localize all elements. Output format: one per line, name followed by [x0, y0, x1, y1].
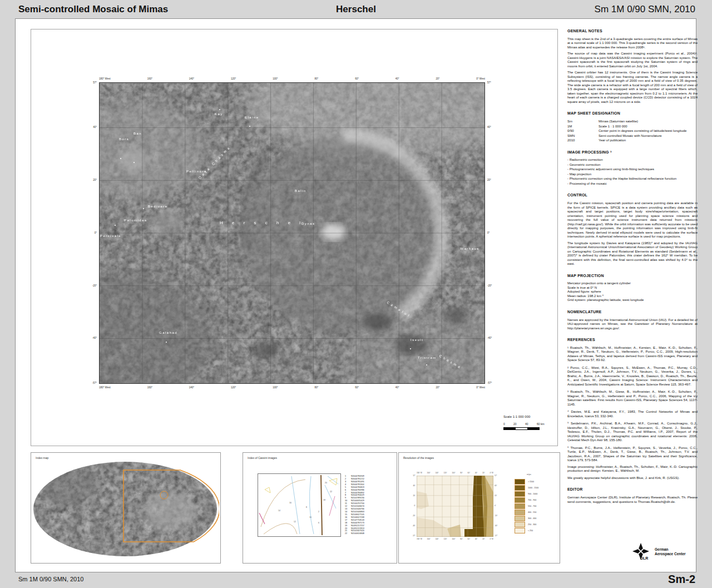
designation-definition: Scale 1 : 1 000 000	[599, 125, 698, 129]
lon-label: 20°	[436, 386, 440, 389]
lon-label: 40°	[395, 77, 399, 80]
lat-label: -40°	[85, 337, 97, 339]
lat-tick: -40°	[412, 525, 416, 527]
resolution-panel: Resolution of the images 180° W160°140°1…	[398, 452, 560, 564]
footprint-number: 6	[318, 522, 319, 524]
paragraph: For the Cassini mission, spacecraft posi…	[567, 201, 698, 239]
longitude-labels-top: 180° West160°140°120°100°80°60°40°20°0° …	[99, 77, 485, 80]
lon-label: 100°	[273, 77, 278, 80]
dlr-name-line1: German	[655, 547, 686, 552]
sheet-body: 180° West160°140°120°100°80°60°40°20°0° …	[15, 18, 696, 572]
lat-tick: 57°	[413, 475, 416, 477]
legend-row: 1000 - 1500	[515, 485, 538, 491]
legend-label: 1000 - 1500	[528, 487, 538, 489]
lon-label: 140°	[189, 77, 194, 80]
dlr-abbr: DLR	[640, 556, 648, 560]
lon-label: 120°	[231, 77, 236, 80]
mosaic-map: Bors Ban Kay Elaine Pellinore Bedivere P…	[99, 82, 485, 384]
lon-tick: 180° W	[417, 538, 422, 540]
cassini-index-panel: Index of Cassini images 20 22	[243, 452, 397, 564]
designation-term: 1M	[567, 125, 599, 129]
lon-tick: 0° W	[490, 472, 493, 474]
lat-tick: -40°	[495, 525, 505, 527]
projection-line: Scale is true at 0° N	[567, 286, 698, 290]
crater-label-galahad: Galahad	[159, 331, 177, 334]
lat-label: -40°	[487, 337, 500, 339]
header-bar: Semi-controlled Mosaic of Mimas Herschel…	[0, 0, 712, 18]
legend-swatch	[515, 497, 525, 503]
scale-tick: 40	[525, 422, 528, 426]
lat-label: -20°	[487, 284, 500, 287]
feature-dot	[115, 225, 116, 226]
cassini-footprint-diagram: 20 22 18 16 14 8 10 12 2 6	[258, 473, 341, 537]
scale-segment	[504, 428, 516, 429]
designation-definition: Mimas (Saturnian satellite)	[599, 120, 698, 124]
footprint-number: 8	[306, 506, 307, 508]
scale-tick: 0	[503, 422, 505, 426]
section-heading-nomenclature: NOMENCLATURE	[567, 310, 698, 315]
designation-table: Sm Mimas (Saturnian satellite) 1M Scale …	[567, 120, 698, 143]
lon-tick: 140°	[436, 472, 439, 474]
resolution-lon-ticks-bottom: 180° W160°140°120°100°80°60°40°20°0° W	[417, 538, 493, 540]
lon-tick: 20°	[482, 538, 485, 540]
footprint-number: 18	[323, 499, 325, 501]
lat-tick: -20°	[495, 515, 505, 517]
legend-title: m/px	[527, 473, 531, 476]
crater-label-ban: Ban	[134, 132, 142, 135]
designation-row: 1M Scale 1 : 1 000 000	[567, 125, 698, 129]
lon-label: 60°	[355, 77, 359, 80]
lat-tick: 0°	[414, 505, 416, 507]
footprint-number: 16	[289, 502, 291, 504]
scale-title: Scale 1:1 000 000	[503, 415, 530, 418]
dlr-name-line2: Aerospace Center	[655, 552, 686, 556]
lon-label: 140°	[189, 386, 194, 389]
legend-swatch	[515, 528, 525, 533]
designation-term: Sm	[567, 120, 599, 124]
lat-tick: 57°	[495, 475, 505, 477]
marginalia-column: GENERAL NOTES This map sheet is the 2nd …	[567, 24, 698, 506]
lat-label: 57°	[487, 81, 500, 84]
lat-tick: 40°	[413, 485, 416, 487]
processing-step: - Geometric correction	[567, 163, 698, 167]
legend-row: 250 - 300	[515, 521, 538, 527]
lon-tick: 80°	[460, 538, 463, 540]
lat-label: 0°	[85, 231, 97, 234]
lon-label: 60°	[355, 386, 359, 389]
feature-dot	[219, 109, 220, 110]
lon-label: 80°	[314, 77, 318, 80]
image-number: 22	[345, 532, 351, 535]
feature-dot	[166, 342, 167, 343]
index-map-globe	[31, 453, 219, 562]
legend-swatch	[515, 479, 525, 485]
legend-swatch	[515, 485, 525, 491]
cassini-index-label: Index of Cassini images	[248, 456, 277, 459]
crater-label-herschel: H e r s c h e l	[220, 220, 304, 225]
processing-step: - Radiometric correction	[567, 158, 698, 162]
processing-step: - Photogrammetric adjustment using limb-…	[567, 167, 698, 172]
legend-row: > 1500	[515, 478, 538, 485]
lon-tick: 120°	[443, 538, 447, 540]
projection-line: Mean radius: 198.2 km ⁶	[567, 294, 698, 299]
legend-label: 900 - 1000	[528, 493, 537, 495]
legend-swatch	[515, 510, 525, 515]
paragraph: This map sheet is the 2nd of a 3-quadran…	[567, 37, 698, 50]
legend-label: 300 - 400	[528, 517, 536, 520]
reference-entry: ⁵ Seidelmann, P.K., Archinal, B.A., A'he…	[567, 422, 698, 443]
reference-entry: ² Porco, C.C., West, R.A., Squyres, S., …	[567, 366, 698, 387]
legend-label: 550 - 700	[528, 505, 536, 507]
crater-label-bors: Bors	[119, 137, 129, 141]
section-heading-general-notes: GENERAL NOTES	[567, 29, 698, 34]
section-heading-image-processing: IMAGE PROCESSING ³	[567, 150, 698, 155]
legend-label: 250 - 300	[528, 523, 536, 526]
legend-row: 300 - 400	[515, 515, 538, 521]
reference-entry: ⁴ Davies, M.E. and Katayama, F.Y., 1983,…	[567, 410, 698, 418]
lon-label: 40°	[395, 386, 399, 389]
reference-entry: ¹ Roatsch, Th., Wählisch, M., Hoffmeiste…	[567, 346, 698, 363]
lon-tick: 80°	[460, 472, 463, 474]
legend-swatch	[515, 503, 525, 509]
main-map-frame: 180° West160°140°120°100°80°60°40°20°0° …	[31, 29, 558, 446]
lon-label: 0° West	[476, 386, 485, 389]
crater-label-kay: Kay	[215, 112, 223, 116]
lon-label: 180° West	[99, 386, 111, 389]
paragraph: The Cassini orbiter has 12 instruments. …	[567, 71, 698, 104]
